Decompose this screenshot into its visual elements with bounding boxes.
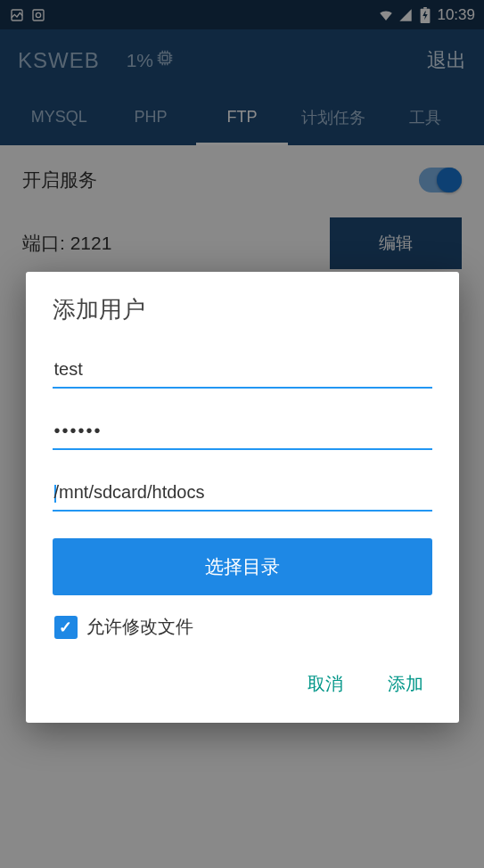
add-button[interactable]: 添加 [388,672,423,696]
select-directory-button[interactable]: 选择目录 [53,538,432,595]
username-field[interactable] [53,352,432,389]
allow-modify-checkbox[interactable]: ✓ [54,616,78,639]
dialog-title: 添加用户 [26,272,459,334]
modal-overlay: 添加用户 •••••• /mnt/sdcard/htdocs 选择目录 ✓ 允许… [0,0,484,868]
allow-modify-label: 允许修改文件 [86,615,193,639]
path-field[interactable]: /mnt/sdcard/htdocs [53,475,432,512]
cancel-button[interactable]: 取消 [308,672,343,696]
password-field[interactable]: •••••• [53,414,432,450]
add-user-dialog: 添加用户 •••••• /mnt/sdcard/htdocs 选择目录 ✓ 允许… [26,272,459,723]
